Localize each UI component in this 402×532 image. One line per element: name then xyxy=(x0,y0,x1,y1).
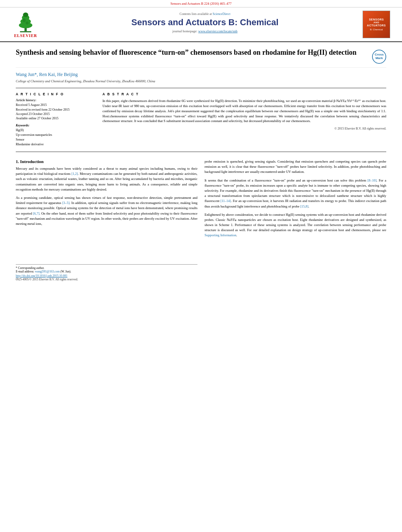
keyword-4: Rhodamine derivative xyxy=(16,142,95,147)
email-address: wangj591@163.com xyxy=(35,270,60,273)
journal-header: ELSEVIER Contents lists available at Sci… xyxy=(0,7,402,42)
ref-6-7: [6,7] xyxy=(33,211,39,215)
footnote-area: * Corresponding author. E-mail address: … xyxy=(16,230,197,281)
divider-1 xyxy=(16,88,386,88)
article-info-abstract: A R T I C L E I N F O Article history: R… xyxy=(16,92,386,147)
crossmark-icon: Cross Mark xyxy=(372,50,386,64)
keyword-2: Up-conversion nanoparticles xyxy=(16,133,95,137)
page: Sensors and Actuators B 224 (2016) 465–4… xyxy=(0,0,402,532)
body-content: 1. Introduction Mercury and its compound… xyxy=(16,159,386,281)
svg-text:Cross: Cross xyxy=(375,53,384,56)
article-title: Synthesis and sensing behavior of fluore… xyxy=(16,48,386,60)
homepage-url[interactable]: www.elsevier.com/locate/snb xyxy=(198,29,238,33)
svg-point-7 xyxy=(26,22,29,25)
ref-11-14: [11–14] xyxy=(220,199,231,203)
sensors-logo-text-line1: SENSORS xyxy=(367,18,386,21)
sensors-logo-text-line3: ACTUATORS xyxy=(367,24,386,27)
journal-title: Sensors and Actuators B: Chemical xyxy=(51,17,359,28)
ref-1-2: [1,2] xyxy=(71,172,78,176)
history-label: Article history: xyxy=(16,98,95,102)
journal-homepage: journal homepage: www.elsevier.com/locat… xyxy=(51,29,359,33)
homepage-label: journal homepage: xyxy=(172,29,197,33)
intro-para-1: Mercury and its compounds have been wide… xyxy=(16,166,197,192)
affiliation: College of Chemistry and Chemical Engine… xyxy=(16,79,386,83)
footnotes: * Corresponding author. E-mail address: … xyxy=(16,264,197,273)
svg-rect-1 xyxy=(20,31,31,32)
abstract-text: In this paper, eight chemosensors derive… xyxy=(102,98,386,124)
right-para-1: probe emission is quenched, giving sensi… xyxy=(205,159,386,175)
email-line: E-mail address: wangj591@163.com (W. Jun… xyxy=(16,270,197,273)
body-col-right: probe emission is quenched, giving sensi… xyxy=(205,159,386,281)
body-col-left: 1. Introduction Mercury and its compound… xyxy=(16,159,197,281)
supporting-info-link[interactable]: Supporting Information xyxy=(205,233,236,237)
elsevier-tree-icon xyxy=(14,11,37,33)
sciencedirect-text: ScienceDirect xyxy=(213,12,231,16)
keywords-label: Keywords: xyxy=(16,124,95,127)
right-para-2: It seems that the combination of a fluor… xyxy=(205,178,386,209)
journal-title-area: Contents lists available at ScienceDirec… xyxy=(51,11,359,38)
svg-text:Mark: Mark xyxy=(376,56,383,60)
sensors-logo-box: SENSORS and ACTUATORS B: Chemical xyxy=(359,11,394,38)
right-para-3: Enlightened by above consideration, we d… xyxy=(205,212,386,238)
sciencedirect-link[interactable]: ScienceDirect xyxy=(213,12,231,16)
divider-2 xyxy=(16,152,386,152)
contents-text: Contents lists available at xyxy=(180,12,212,16)
ref-8-10: [8–10] xyxy=(368,178,377,182)
contents-line: Contents lists available at ScienceDirec… xyxy=(51,12,359,16)
svg-point-6 xyxy=(22,19,26,22)
article-content: Cross Mark Synthesis and sensing behavio… xyxy=(0,42,402,289)
issn-line: 0925-4005/© 2015 Elsevier B.V. All right… xyxy=(16,278,197,281)
keyword-3: Sensor xyxy=(16,137,95,142)
accepted-date: Accepted 23 October 2015 xyxy=(16,112,95,116)
journal-reference: Sensors and Actuators B 224 (2016) 465–4… xyxy=(171,2,232,6)
abstract-heading: A B S T R A C T xyxy=(102,92,386,96)
email-name: (W. Jun). xyxy=(60,270,71,273)
ref-15-8: [15,8] xyxy=(300,204,309,208)
doi-link[interactable]: http://dx.doi.org/10.1016/j.snb.2015.10.… xyxy=(16,274,67,278)
article-info-col: A R T I C L E I N F O Article history: R… xyxy=(16,92,95,147)
intro-para-2: As a promising candidate, optical sensin… xyxy=(16,195,197,226)
corresponding-note: * Corresponding author. xyxy=(16,266,197,270)
available-date: Available online 27 October 2015 xyxy=(16,116,95,120)
abstract-col: A B S T R A C T In this paper, eight che… xyxy=(102,92,386,147)
journal-reference-bar: Sensors and Actuators B 224 (2016) 465–4… xyxy=(0,0,402,7)
sensors-actuators-logo: SENSORS and ACTUATORS B: Chemical xyxy=(363,11,390,38)
sensors-logo-b: B: Chemical xyxy=(370,28,383,31)
svg-point-5 xyxy=(23,13,28,17)
authors: Wang Jun*, Ren Kai, He Beijing xyxy=(16,72,386,78)
email-label: E-mail address: xyxy=(16,270,34,273)
sensors-logo-text-line2: and xyxy=(367,21,386,24)
ref-3-5: [3–5] xyxy=(62,201,69,205)
article-info-heading: A R T I C L E I N F O xyxy=(16,92,95,96)
received-date: Received 5 August 2015 xyxy=(16,103,95,107)
copyright: © 2015 Elsevier B.V. All rights reserved… xyxy=(102,127,386,130)
keyword-1: Hg(II) xyxy=(16,128,95,133)
revised-date: Received in revised form 22 October 2015 xyxy=(16,108,95,112)
elsevier-logo: ELSEVIER xyxy=(8,11,43,38)
crossmark-container: Cross Mark xyxy=(372,50,386,65)
title-section: Cross Mark Synthesis and sensing behavio… xyxy=(16,48,386,68)
elsevier-wordmark: ELSEVIER xyxy=(14,33,37,38)
doi-line: http://dx.doi.org/10.1016/j.snb.2015.10.… xyxy=(16,274,197,278)
section1-title: 1. Introduction xyxy=(16,159,197,164)
